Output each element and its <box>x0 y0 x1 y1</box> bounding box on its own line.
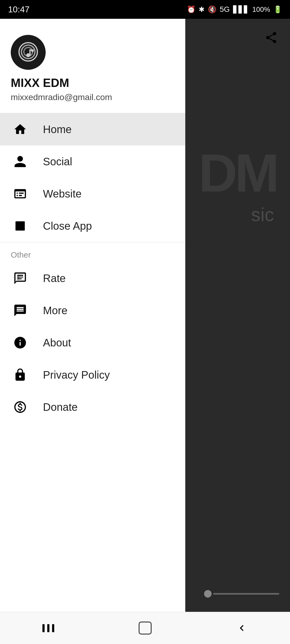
social-icon <box>11 152 30 171</box>
status-time: 10:47 <box>8 5 30 14</box>
main-logo-area: DM sic <box>198 142 277 225</box>
rate-label: Rate <box>43 272 66 284</box>
close-app-label: Close App <box>43 220 92 232</box>
app-email: mixxedmradio@gmail.com <box>11 92 175 102</box>
battery-label: 100% <box>252 5 270 14</box>
status-bar: 10:47 ⏰ ✱ 🔇 5G ▋▋▋ 100% 🔋 <box>0 0 290 19</box>
back-button[interactable] <box>226 617 258 639</box>
website-icon <box>11 184 30 203</box>
more-icon <box>11 301 30 320</box>
menu-item-rate[interactable]: Rate <box>0 262 185 294</box>
donate-icon <box>11 398 30 416</box>
recent-apps-button[interactable] <box>32 617 64 639</box>
alarm-icon: ⏰ <box>187 5 195 14</box>
svg-rect-13 <box>52 624 54 632</box>
donate-label: Donate <box>43 401 78 413</box>
share-icon[interactable] <box>263 30 279 46</box>
about-label: About <box>43 337 71 349</box>
app-name: MIXX EDM <box>11 76 175 90</box>
privacy-policy-label: Privacy Policy <box>43 369 110 381</box>
home-label: Home <box>43 123 72 136</box>
svg-point-8 <box>17 310 19 311</box>
progress-dot <box>204 590 212 598</box>
svg-rect-7 <box>16 221 25 231</box>
share-icon-container[interactable] <box>263 30 279 46</box>
progress-line <box>213 593 279 595</box>
svg-rect-12 <box>47 624 49 632</box>
other-section-label: Other <box>0 242 185 262</box>
status-icons: ⏰ ✱ 🔇 5G ▋▋▋ 100% 🔋 <box>187 5 282 14</box>
navigation-drawer: MIXX EDM mixxedmradio@gmail.com Home <box>0 19 185 644</box>
home-button[interactable] <box>129 617 161 639</box>
close-app-icon <box>11 217 30 235</box>
social-label: Social <box>43 156 72 168</box>
signal-icon: ▋▋▋ <box>233 5 249 14</box>
menu-section: Home Social Website <box>0 113 185 644</box>
navigation-bar <box>0 612 290 644</box>
menu-item-website[interactable]: Website <box>0 178 185 210</box>
battery-icon: 🔋 <box>273 5 282 14</box>
svg-rect-11 <box>42 624 45 632</box>
bluetooth-icon: ✱ <box>199 5 205 14</box>
svg-rect-14 <box>139 622 151 634</box>
menu-item-about[interactable]: About <box>0 327 185 359</box>
svg-point-9 <box>19 310 21 311</box>
screen: DM sic <box>0 19 290 644</box>
menu-item-close-app[interactable]: Close App <box>0 210 185 242</box>
main-content-background: DM sic <box>185 19 290 644</box>
mute-icon: 🔇 <box>208 5 216 14</box>
network-label: 5G <box>220 5 230 14</box>
progress-area <box>204 592 279 596</box>
svg-point-6 <box>31 50 34 52</box>
svg-point-10 <box>22 310 23 311</box>
more-label: More <box>43 305 67 317</box>
privacy-policy-icon <box>11 365 30 384</box>
menu-item-privacy-policy[interactable]: Privacy Policy <box>0 359 185 391</box>
drawer-header: MIXX EDM mixxedmradio@gmail.com <box>0 19 185 113</box>
rate-icon <box>11 269 30 288</box>
sic-text: sic <box>251 204 274 225</box>
about-icon <box>11 333 30 352</box>
menu-item-social[interactable]: Social <box>0 145 185 178</box>
dm-text: DM <box>198 142 277 204</box>
menu-item-home[interactable]: Home <box>0 113 185 145</box>
website-label: Website <box>43 188 82 200</box>
menu-item-donate[interactable]: Donate <box>0 391 185 423</box>
home-icon <box>11 120 30 139</box>
menu-item-more[interactable]: More <box>0 294 185 327</box>
app-logo <box>11 35 46 70</box>
